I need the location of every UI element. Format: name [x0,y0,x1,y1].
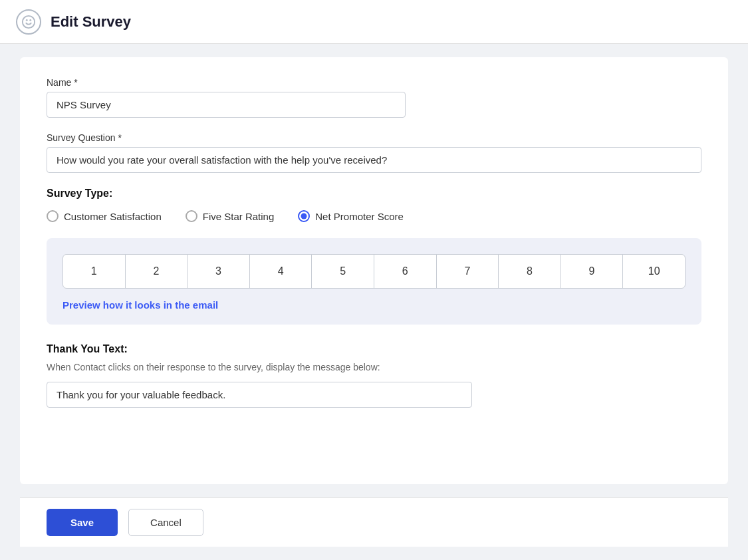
nps-cell-10[interactable]: 10 [623,255,685,288]
radio-nps[interactable] [298,210,310,222]
save-button[interactable]: Save [47,509,118,536]
radio-csat[interactable] [47,210,59,222]
preview-email-link[interactable]: Preview how it looks in the email [62,299,218,311]
radio-five-star-label: Five Star Rating [203,211,275,222]
radio-option-csat[interactable]: Customer Satisfaction [47,210,162,222]
nps-cell-2[interactable]: 2 [126,255,188,288]
nps-cell-7[interactable]: 7 [437,255,499,288]
name-field-group: Name * [47,77,701,118]
page-header: Edit Survey [0,0,748,44]
survey-question-label: Survey Question * [47,132,701,143]
name-input[interactable] [47,92,406,118]
nps-cell-8[interactable]: 8 [499,255,561,288]
survey-question-group: Survey Question * [47,132,701,173]
thank-you-heading: Thank You Text: [47,343,701,355]
radio-csat-label: Customer Satisfaction [64,211,162,222]
name-label: Name * [47,77,701,88]
survey-type-radio-group: Customer Satisfaction Five Star Rating N… [47,210,701,222]
nps-cell-6[interactable]: 6 [374,255,437,288]
thank-you-input[interactable] [47,382,472,408]
nps-cell-9[interactable]: 9 [561,255,624,288]
survey-question-input[interactable] [47,147,701,173]
survey-type-label: Survey Type: [47,188,701,200]
survey-type-section: Survey Type: Customer Satisfaction Five … [47,188,701,222]
thank-you-desc: When Contact clicks on their response to… [47,362,701,372]
thank-you-section: Thank You Text: When Contact clicks on t… [47,343,701,408]
nps-preview-box: 1 2 3 4 5 6 7 8 9 10 Preview how it look… [47,238,701,325]
nps-cell-4[interactable]: 4 [250,255,312,288]
cancel-button[interactable]: Cancel [128,509,203,536]
page-title: Edit Survey [51,13,131,31]
radio-option-five-star[interactable]: Five Star Rating [186,210,275,222]
nps-cell-3[interactable]: 3 [187,255,250,288]
footer-bar: Save Cancel [20,497,728,547]
radio-nps-label: Net Promoter Score [315,211,404,222]
radio-five-star[interactable] [186,210,197,222]
survey-icon [16,9,41,35]
main-content: Name * Survey Question * Survey Type: Cu… [20,57,728,484]
nps-cell-5[interactable]: 5 [312,255,374,288]
radio-option-nps[interactable]: Net Promoter Score [298,210,404,222]
nps-cell-1[interactable]: 1 [63,255,126,288]
svg-point-0 [23,15,35,27]
nps-scale: 1 2 3 4 5 6 7 8 9 10 [62,254,686,289]
